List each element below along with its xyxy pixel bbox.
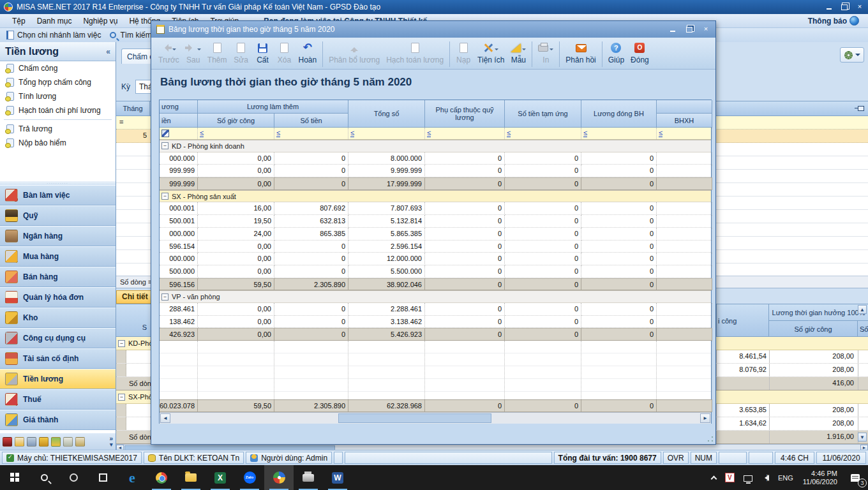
sidebar-module-tools[interactable]: Công cụ dụng cụ — [0, 328, 116, 348]
add-button[interactable]: Thêm — [204, 40, 230, 66]
collapse-group-icon[interactable]: − — [161, 293, 168, 301]
dialog-titlebar[interactable]: Bảng lương thời gian theo giờ tháng 5 nă… — [151, 21, 715, 38]
collapse-icon[interactable]: « — [106, 47, 110, 56]
table-row[interactable]: 999.9990,0009.999.999000 — [160, 165, 711, 177]
table-row[interactable]: 000.00024,00865.3855.865.385000 — [160, 228, 711, 241]
scroll-down-icon[interactable]: ▼ — [858, 433, 867, 442]
search-link[interactable]: Tìm kiếm — [120, 31, 151, 40]
menu-item[interactable]: Tệp — [6, 14, 31, 28]
filter-cell[interactable]: ≤ — [657, 128, 712, 139]
language-indicator[interactable]: ENG — [774, 465, 798, 490]
summary-row[interactable]: 596.15659,502.305.89038.902.046000 — [160, 278, 711, 291]
back-button[interactable]: Trước — [155, 40, 183, 66]
table-row[interactable]: 138.4620,0003.138.462000 — [160, 316, 711, 329]
sidebar-item[interactable]: Tổng hợp chấm công — [0, 75, 116, 89]
filter-cell[interactable]: ≤ — [348, 128, 425, 139]
dialog-hscrollbar[interactable]: ◄ ► — [160, 412, 711, 424]
detail-partial-column-header[interactable]: i công — [716, 304, 769, 338]
scroll-left-icon[interactable]: ◄ — [160, 413, 170, 423]
menu-item[interactable]: Danh mục — [31, 14, 78, 28]
close-dialog-button[interactable]: O Đóng — [627, 40, 652, 66]
search-taskbar-button[interactable] — [29, 465, 59, 490]
detail-next-column-header[interactable]: Số — [858, 321, 868, 338]
strip-overflow-icon[interactable]: »▾ — [109, 436, 113, 447]
table-row[interactable]: 000.0000,0008.000.000000 — [160, 152, 711, 165]
table-row[interactable]: 000.0000,00012.000.000000 — [160, 253, 711, 265]
strip-icon-2[interactable] — [15, 437, 24, 447]
strip-icon-5[interactable] — [51, 437, 61, 447]
save-button[interactable]: Cất — [251, 40, 273, 66]
column-header-advance[interactable]: Số tiền tạm ứng — [505, 100, 581, 128]
sidebar-module-salary[interactable]: Tiền lương — [0, 369, 116, 389]
hscroll-thumb[interactable] — [124, 445, 335, 450]
group-row[interactable]: −KD - Phòng kinh doanh — [160, 140, 711, 152]
sidebar-item[interactable]: Hạch toán chi phí lương — [0, 103, 116, 117]
strip-icon-4[interactable] — [39, 437, 49, 447]
excel-taskbar-button[interactable]: X — [206, 465, 235, 490]
column-header-amount[interactable]: Số tiền — [274, 114, 348, 128]
ultraviewer-icon[interactable]: V — [721, 465, 739, 490]
template-button[interactable]: Mẫu — [507, 40, 529, 66]
column-header-overtime-group[interactable]: Lương làm thêm — [198, 100, 348, 114]
collapse-group-icon[interactable]: − — [118, 394, 125, 401]
sidebar-module-invoice[interactable]: Quản lý hóa đơn — [0, 287, 116, 308]
table-row[interactable]: 288.4610,0002.288.461000 — [160, 303, 711, 316]
strip-icon-6[interactable] — [63, 437, 73, 447]
column-header-allowance[interactable]: Phụ cấp thuộc quỹ lương — [425, 100, 505, 128]
network-icon[interactable] — [739, 465, 757, 490]
filter-cell[interactable]: ≤ — [274, 128, 348, 139]
task-view-taskbar-button[interactable] — [88, 465, 117, 490]
column-header-hours[interactable]: Số giờ công — [198, 114, 274, 128]
column-header-partial-bottom[interactable]: iền — [160, 114, 198, 128]
post-salary-button[interactable]: Hạch toán lương — [383, 40, 447, 66]
start-taskbar-button[interactable] — [0, 465, 29, 490]
dialog-maximize-icon[interactable] — [685, 26, 694, 33]
cortana-taskbar-button[interactable] — [59, 465, 88, 490]
action-center-button[interactable]: 3 — [842, 465, 868, 490]
summary-row[interactable]: 60.023.07859,502.305.89062.328.968000 — [160, 399, 711, 412]
minimize-icon[interactable] — [825, 3, 834, 11]
table-row[interactable]: 596.1540,0002.596.154000 — [160, 241, 711, 253]
sidebar-item[interactable]: Nộp bảo hiểm — [0, 136, 116, 150]
filter-cell[interactable]: ≤ — [198, 128, 274, 139]
filter-cell[interactable]: ≤ — [425, 128, 505, 139]
sidebar-item[interactable]: Trả lương — [0, 122, 116, 136]
scroll-left-icon[interactable]: ◄ — [116, 445, 124, 450]
table-row[interactable]: 500.0000,0005.500.000000 — [160, 265, 711, 278]
summary-row[interactable]: 426.9230,0005.426.923000 — [160, 328, 711, 341]
sidebar-module-asset[interactable]: Tài sản cố định — [0, 348, 116, 369]
scroll-right-icon[interactable]: ► — [860, 445, 868, 450]
branch-selector[interactable]: Chọn chi nhánh làm việc — [17, 31, 101, 40]
sidebar-module-purchase[interactable]: Mua hàng — [0, 246, 116, 267]
edge-taskbar-button[interactable]: e — [117, 465, 147, 490]
sidebar-module-desktop[interactable]: Bàn làm việc — [0, 185, 116, 205]
month-column-header[interactable]: Tháng — [116, 101, 150, 115]
column-header-bhxh-group[interactable] — [657, 100, 712, 114]
tray-clock[interactable]: 4:46 PM 11/06/2020 — [798, 470, 842, 486]
column-header-bhxh[interactable]: BHXH — [657, 114, 712, 128]
sidebar-module-fund[interactable]: Quỹ — [0, 205, 116, 226]
notification-link[interactable]: Thông báo — [808, 16, 859, 26]
allocate-salary-button[interactable]: Phân bổ lương — [326, 40, 383, 66]
delete-button[interactable]: Xóa — [273, 40, 295, 66]
help-button[interactable]: ? Giúp — [605, 40, 627, 66]
sidebar-module-bank[interactable]: Ngân hàng — [0, 226, 116, 246]
column-header-insurance-base[interactable]: Lương đóng BH — [581, 100, 657, 128]
collapse-group-icon[interactable]: − — [161, 193, 168, 200]
filter-cell[interactable]: ≤ — [581, 128, 657, 139]
summary-row[interactable]: 999.9990,00017.999.999000 — [160, 177, 711, 190]
edit-button[interactable]: Sửa — [230, 40, 251, 66]
detail-group-column-header[interactable]: Lương thời gian hưởng 100% — [769, 304, 868, 321]
chrome-taskbar-button[interactable] — [147, 465, 176, 490]
explorer-taskbar-button[interactable] — [176, 465, 206, 490]
menu-item[interactable]: Nghiệp vụ — [77, 14, 123, 28]
resize-grip[interactable] — [707, 436, 714, 442]
undo-button[interactable]: ↶ Hoàn — [295, 40, 320, 66]
strip-icon-1[interactable] — [3, 437, 12, 447]
hscroll-thumb[interactable] — [338, 413, 491, 423]
print-button[interactable]: In — [535, 40, 557, 66]
restore-icon[interactable] — [840, 3, 849, 11]
pin-icon[interactable] — [858, 106, 864, 111]
collapse-group-icon[interactable]: − — [118, 340, 125, 347]
sidebar-module-sales[interactable]: Bán hàng — [0, 267, 116, 287]
